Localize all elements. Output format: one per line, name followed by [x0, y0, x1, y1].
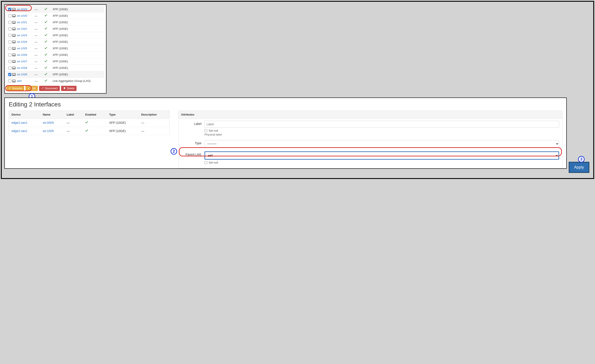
interface-link[interactable]: xe-1/0/0	[17, 14, 27, 17]
row-type: XFP (10GE)	[51, 27, 103, 30]
row-type: XFP (10GE)	[51, 47, 103, 50]
interface-link[interactable]: xe-0/0/9	[17, 7, 27, 11]
delete-button[interactable]: Delete	[61, 86, 77, 91]
bulk-action-bar: Rename Edit Disconnect Delete	[7, 86, 104, 91]
edit-panel: Editing 2 Interfaces Device Name Label E…	[4, 98, 567, 169]
iface-name-link[interactable]: xe-0/0/9	[43, 121, 54, 125]
interface-row[interactable]: ae0—Link Aggregation Group (LAG)	[7, 78, 104, 84]
interface-link[interactable]: xe-1/0/7	[17, 60, 27, 63]
row-checkbox[interactable]	[8, 14, 11, 17]
ethernet-icon	[12, 14, 16, 18]
device-link[interactable]: edge2.van1	[12, 129, 27, 133]
svg-rect-10	[14, 23, 14, 23]
interface-row[interactable]: xe-1/0/2—XFP (10GE)	[7, 26, 104, 32]
edit-label: Edit	[31, 87, 36, 90]
svg-rect-22	[14, 42, 14, 43]
row-dash: —	[32, 53, 40, 57]
interface-link[interactable]: xe-1/0/4	[17, 40, 27, 43]
interface-link[interactable]: ae0	[17, 79, 22, 83]
svg-rect-38	[14, 68, 14, 69]
col-description: Description	[139, 111, 170, 119]
row-checkbox[interactable]	[8, 79, 11, 83]
row-checkbox[interactable]	[8, 40, 11, 43]
row-checkbox[interactable]	[8, 21, 11, 24]
interface-row[interactable]: xe-1/0/7—XFP (10GE)	[7, 58, 104, 65]
row-dash: —	[32, 47, 40, 50]
type-field-label: Type	[181, 140, 201, 145]
enabled-icon	[40, 53, 51, 57]
interface-link[interactable]: xe-1/0/6	[17, 53, 27, 56]
svg-rect-3	[14, 10, 15, 10]
interface-row[interactable]: xe-1/0/8—XFP (10GE)	[7, 65, 104, 71]
interface-row[interactable]: xe-1/0/6—XFP (10GE)	[7, 52, 104, 58]
ethernet-icon	[12, 34, 16, 37]
svg-rect-15	[14, 29, 15, 30]
svg-rect-21	[13, 42, 14, 43]
interface-link[interactable]: xe-1/0/9	[17, 73, 27, 76]
interface-link[interactable]: xe-1/0/1	[17, 21, 27, 24]
parent-lag-setnull[interactable]: Set null	[205, 161, 559, 164]
type-select[interactable]: ---------	[205, 140, 559, 147]
disconnect-label: Disconnect	[45, 87, 57, 90]
svg-rect-45	[13, 81, 14, 82]
enabled-icon	[40, 60, 51, 63]
ethernet-icon	[12, 7, 16, 11]
svg-rect-43	[14, 75, 15, 75]
row-dash: —	[32, 66, 40, 70]
interface-row[interactable]: xe-1/0/1—XFP (10GE)	[7, 19, 104, 26]
edit-button[interactable]: Edit	[25, 86, 38, 91]
interface-row[interactable]: xe-1/0/0—XFP (10GE)	[7, 13, 104, 19]
svg-rect-19	[14, 36, 15, 36]
apply-button[interactable]: Apply	[569, 162, 589, 173]
enabled-icon	[40, 34, 51, 37]
ethernet-icon	[12, 73, 16, 76]
interface-row[interactable]: xe-0/0/9—XFP (10GE)	[7, 6, 104, 13]
disconnect-button[interactable]: Disconnect	[39, 86, 60, 91]
device-link[interactable]: edge2.van1	[12, 121, 27, 125]
interface-row[interactable]: xe-1/0/9—XFP (10GE)	[7, 71, 104, 78]
ethernet-icon	[12, 53, 16, 57]
row-checkbox[interactable]	[8, 60, 11, 63]
parent-lag-select[interactable]: ae0	[205, 152, 559, 159]
row-dash: —	[32, 14, 40, 18]
row-checkbox[interactable]	[8, 47, 11, 50]
svg-rect-18	[14, 36, 14, 36]
row-dash: —	[32, 34, 40, 37]
panel-title: Editing 2 Interfaces	[9, 101, 562, 108]
rename-label: Rename	[12, 87, 22, 90]
label-input[interactable]	[205, 121, 559, 128]
label-setnull[interactable]: Set null	[205, 129, 559, 132]
svg-rect-13	[13, 29, 14, 30]
enabled-icon	[40, 73, 51, 76]
ethernet-icon	[12, 27, 16, 31]
parent-lag-setnull-checkbox[interactable]	[205, 161, 207, 164]
row-checkbox[interactable]	[8, 66, 11, 70]
interface-row[interactable]: xe-1/0/3—XFP (10GE)	[7, 32, 104, 39]
row-checkbox[interactable]	[8, 34, 11, 37]
cell-label: —	[64, 119, 83, 127]
annotation-2: 2	[170, 148, 177, 155]
interface-link[interactable]: xe-1/0/8	[17, 66, 27, 70]
row-checkbox[interactable]	[8, 8, 11, 11]
interface-link[interactable]: xe-1/0/5	[17, 47, 27, 50]
row-dash: —	[32, 60, 40, 63]
iface-name-link[interactable]: xe-1/0/9	[43, 129, 54, 133]
svg-rect-14	[14, 29, 14, 30]
row-checkbox[interactable]	[8, 53, 11, 56]
col-label: Label	[64, 111, 83, 119]
interface-link[interactable]: xe-1/0/3	[17, 34, 27, 37]
label-setnull-checkbox[interactable]	[205, 129, 207, 132]
row-checkbox[interactable]	[8, 27, 11, 30]
enabled-icon	[40, 14, 51, 18]
cell-enabled	[83, 119, 106, 127]
ethernet-icon	[12, 47, 16, 50]
interface-row[interactable]: xe-1/0/4—XFP (10GE)	[7, 39, 104, 45]
svg-rect-42	[14, 75, 14, 75]
interface-link[interactable]: xe-1/0/2	[17, 27, 27, 30]
parent-lag-label: Parent LAG	[181, 151, 201, 156]
rename-button[interactable]: Rename	[7, 86, 24, 91]
interface-row[interactable]: xe-1/0/5—XFP (10GE)	[7, 45, 104, 52]
ethernet-icon	[12, 40, 16, 44]
row-checkbox[interactable]	[8, 73, 11, 76]
svg-rect-27	[14, 49, 15, 49]
